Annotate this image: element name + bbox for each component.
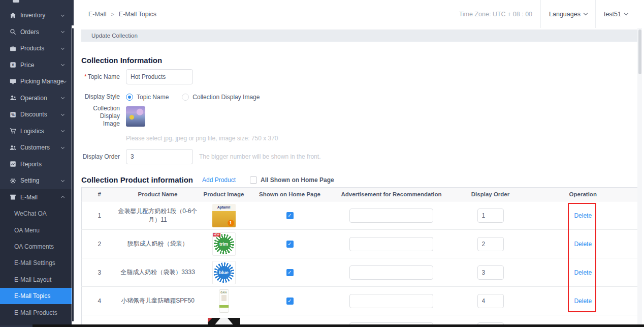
- sidebar-subitem-e-mall-products[interactable]: E-Mall Products: [0, 304, 72, 320]
- topic-name-input[interactable]: [126, 69, 193, 84]
- delete-link[interactable]: Delete: [574, 298, 592, 305]
- display-order-input[interactable]: [126, 149, 193, 164]
- sidebar-item-picking-manage[interactable]: Picking Manage: [0, 73, 72, 90]
- radio-topic-name[interactable]: [126, 94, 133, 101]
- delete-link[interactable]: Delete: [574, 269, 592, 276]
- sidebar-item-discounts[interactable]: %Discounts: [0, 106, 72, 123]
- topbar: E-Mall > E-Mall Topics Time Zone: UTC + …: [75, 0, 644, 28]
- discount-icon: %: [10, 111, 16, 118]
- shown-on-home-checkbox[interactable]: ✓: [286, 269, 294, 276]
- chevron-down-icon: [61, 112, 65, 116]
- operation-people-icon: [10, 95, 16, 101]
- chevron-down-icon: [61, 96, 65, 99]
- sidebar-item-orders[interactable]: Orders: [0, 24, 72, 41]
- shown-on-home-checkbox[interactable]: ✓: [286, 241, 294, 248]
- sidebar-subitem-oa-comments[interactable]: OA Comments: [0, 239, 72, 255]
- row-index: 4: [82, 287, 117, 315]
- image-hint: Please select jpg, jpeg or png file, ima…: [126, 135, 637, 142]
- sidebar-subitem-label: E-Mall Layout: [14, 276, 51, 283]
- main-scrollbar-thumb[interactable]: [638, 29, 641, 74]
- row-index: 3: [82, 258, 117, 287]
- sidebar-item-label: Picking Manage: [20, 78, 63, 85]
- product-name: 小猪佩奇儿童防晒霜SPF50: [117, 287, 199, 315]
- sidebar-item-label: Setting: [20, 177, 61, 184]
- panel-header: Update Collection: [81, 29, 637, 42]
- chevron-down-icon: [624, 11, 628, 15]
- sidebar-item-e-mall[interactable]: E-Mall: [0, 189, 72, 206]
- sidebar-scrollbar[interactable]: [72, 0, 75, 327]
- bottom-edge-bar: [33, 324, 644, 327]
- display-order-cell-input[interactable]: [477, 265, 504, 280]
- delete-link[interactable]: Delete: [574, 241, 592, 248]
- all-shown-checkbox[interactable]: [250, 176, 257, 184]
- product-image-gaia-sunscreen-bottle: GAIA: [219, 289, 229, 313]
- all-shown-label: All Shown on Home Page: [261, 176, 334, 184]
- sidebar-subitem-oa-menu[interactable]: OA Menu: [0, 222, 72, 238]
- column-header-index: #: [82, 188, 117, 201]
- collection-products-title: Collection Product information: [81, 175, 193, 184]
- advertisement-input[interactable]: [349, 209, 433, 223]
- main-content: E-Mall > E-Mall Topics Time Zone: UTC + …: [75, 0, 644, 327]
- sidebar-item-label: Discounts: [20, 111, 61, 118]
- sidebar-subitem-label: E-Mall Topics: [14, 292, 50, 300]
- display-style-row: Display Style Topic Name Collection Disp…: [81, 93, 637, 101]
- sidebar-item-logistics[interactable]: Logistics: [0, 123, 72, 140]
- svg-text:¥: ¥: [12, 63, 14, 68]
- shown-on-home-checkbox[interactable]: ✓: [286, 212, 294, 219]
- price-tag-icon: ¥: [10, 62, 16, 68]
- sidebar-item-customers[interactable]: Customers: [0, 139, 72, 156]
- chevron-down-icon: [61, 145, 65, 149]
- products-heading-row: Collection Product information Add Produ…: [81, 175, 637, 184]
- languages-dropdown[interactable]: Languages: [541, 0, 595, 28]
- svg-text:%: %: [11, 112, 15, 117]
- display-order-label: Display Order: [81, 153, 120, 161]
- sidebar-scrollbar-thumb[interactable]: [72, 28, 74, 321]
- sidebar-item-products[interactable]: Products: [0, 40, 72, 57]
- breadcrumb-separator: >: [111, 11, 114, 17]
- radio-collection-display-image-label: Collection Display Image: [192, 94, 260, 101]
- sidebar-subitem-e-mall-topics[interactable]: E-Mall Topics: [0, 288, 72, 304]
- display-order-cell-input[interactable]: [477, 294, 504, 308]
- advertisement-input[interactable]: [349, 294, 433, 308]
- advertisement-input[interactable]: [349, 237, 433, 251]
- sidebar-item-setting[interactable]: Setting: [0, 172, 72, 189]
- languages-label: Languages: [549, 11, 581, 18]
- chevron-down-icon: [61, 179, 65, 182]
- user-dropdown[interactable]: test51: [596, 0, 636, 28]
- products-table-header: #Product NameProduct ImageShown on Home …: [82, 188, 638, 201]
- sidebar-item-label: Orders: [20, 28, 61, 36]
- display-order-cell-input[interactable]: [477, 209, 504, 223]
- sidebar-item-operation[interactable]: Operation: [0, 90, 72, 107]
- sidebar-item-label: Reports: [20, 161, 64, 168]
- radio-collection-display-image[interactable]: [182, 94, 189, 101]
- collection-info-section: Collection Information *Topic Name Displ…: [81, 56, 637, 164]
- main-scrollbar[interactable]: [637, 28, 642, 327]
- add-product-link[interactable]: Add Product: [202, 176, 236, 184]
- column-header-display-order: Display Order: [453, 188, 529, 201]
- display-order-cell-input[interactable]: [477, 237, 504, 251]
- column-header-product-image: Product Image: [199, 188, 249, 201]
- sidebar: InventoryOrdersProducts¥PricePicking Man…: [0, 0, 72, 327]
- sidebar-item-reports[interactable]: Reports: [0, 156, 72, 173]
- sidebar-subitem-e-mall-layout[interactable]: E-Mall Layout: [0, 272, 72, 288]
- column-header-shown-on-home-page: Shown on Home Page: [249, 188, 331, 201]
- sidebar-subitem-wechat-oa[interactable]: WeChat OA: [0, 205, 72, 222]
- products-table: #Product NameProduct ImageShown on Home …: [81, 187, 638, 327]
- sidebar-item-price[interactable]: ¥Price: [0, 57, 72, 74]
- product-image-trim-green-bag: trimNEW: [212, 232, 236, 256]
- chevron-up-icon: [61, 196, 65, 199]
- product-image-aptamil-gold-box: Aptamil1: [212, 204, 236, 227]
- search-icon: [10, 28, 16, 35]
- table-row: 1金装婴儿配方奶粉1段（0-6个月）11Aptamil1✓Delete: [82, 201, 638, 230]
- shown-on-home-checkbox[interactable]: ✓: [286, 298, 294, 305]
- breadcrumb-emall[interactable]: E-Mall: [88, 11, 106, 18]
- sidebar-subitem-e-mall-settings[interactable]: E-Mall Settings: [0, 255, 72, 271]
- sidebar-item-label: Logistics: [20, 128, 61, 135]
- sidebar-item-inventory[interactable]: Inventory: [0, 7, 72, 24]
- collection-display-image-thumbnail[interactable]: [126, 106, 145, 127]
- inventory-icon: [10, 12, 16, 19]
- display-order-row: Display Order The bigger number will be …: [81, 149, 637, 164]
- app-window: InventoryOrdersProducts¥PricePicking Man…: [0, 0, 644, 327]
- advertisement-input[interactable]: [349, 265, 433, 280]
- delete-link[interactable]: Delete: [574, 212, 592, 219]
